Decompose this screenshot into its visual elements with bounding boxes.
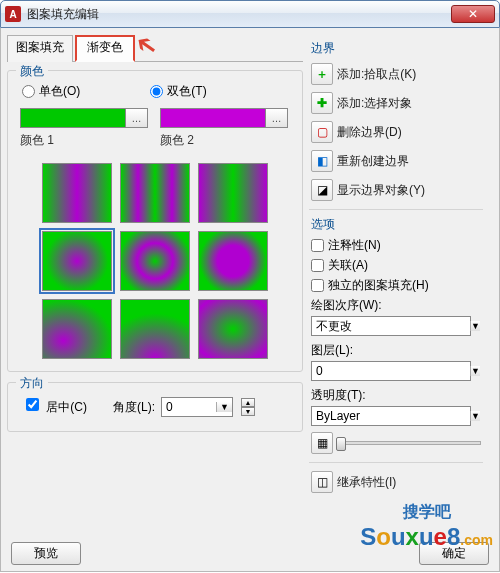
pattern-7[interactable] (42, 299, 112, 359)
gradient-pattern-grid (16, 159, 294, 361)
add-select-objects-row[interactable]: ✚ 添加:选择对象 (309, 90, 483, 116)
layer-label: 图层(L): (311, 342, 481, 359)
color-group-title: 颜色 (16, 63, 48, 80)
inherit-icon: ◫ (311, 471, 333, 493)
draw-order-combo[interactable]: ▼ (311, 316, 471, 336)
color-group: 颜色 单色(O) 双色(T) … 颜色 1 … (7, 70, 303, 372)
pattern-5[interactable] (120, 231, 190, 291)
recreate-boundary-row[interactable]: ◧ 重新创建边界 (309, 148, 483, 174)
transparency-combo[interactable]: ▼ (311, 406, 471, 426)
remove-boundary-row[interactable]: ▢ 删除边界(D) (309, 119, 483, 145)
transparency-slider[interactable] (339, 441, 481, 445)
draw-order-label: 绘图次序(W): (311, 297, 481, 314)
direction-group: 方向 居中(C) 角度(L): ▼ ▲ ▼ (7, 382, 303, 432)
transparency-label: 透明度(T): (311, 387, 481, 404)
dialog-body: ➔ 图案填充 渐变色 颜色 单色(O) 双色(T) … 颜色 1 (0, 28, 500, 572)
bottom-bar: 预览 确定 (1, 542, 499, 565)
add-pick-icon: ＋ (311, 63, 333, 85)
color2-swatch[interactable]: … (160, 108, 288, 128)
close-button[interactable]: ✕ (451, 5, 495, 23)
recreate-boundary-icon: ◧ (311, 150, 333, 172)
app-icon: A (5, 6, 21, 22)
window-title: 图案填充编辑 (27, 6, 99, 23)
pattern-3[interactable] (198, 163, 268, 223)
ok-button[interactable]: 确定 (419, 542, 489, 565)
add-pick-points-row[interactable]: ＋ 添加:拾取点(K) (309, 61, 483, 87)
independent-checkbox[interactable] (311, 279, 324, 292)
radio-single-color[interactable]: 单色(O) (22, 83, 80, 100)
show-boundary-icon: ◪ (311, 179, 333, 201)
tab-gradient[interactable]: 渐变色 (75, 35, 135, 62)
color2-label: 颜色 2 (160, 132, 288, 149)
transparency-reset-icon[interactable]: ▦ (311, 432, 333, 454)
title-bar: A 图案填充编辑 ✕ (0, 0, 500, 28)
pattern-2[interactable] (120, 163, 190, 223)
pattern-9[interactable] (198, 299, 268, 359)
color1-label: 颜色 1 (20, 132, 148, 149)
show-boundary-row[interactable]: ◪ 显示边界对象(Y) (309, 177, 483, 203)
angle-combo[interactable]: ▼ (161, 397, 233, 417)
boundary-section-label: 边界 (311, 40, 483, 57)
inherit-properties-row[interactable]: ◫ 继承特性(I) (309, 469, 483, 495)
annotative-checkbox[interactable] (311, 239, 324, 252)
tab-hatch[interactable]: 图案填充 (7, 35, 73, 62)
chevron-down-icon[interactable]: ▼ (470, 366, 480, 376)
angle-dropdown-icon[interactable]: ▼ (216, 402, 232, 412)
direction-group-title: 方向 (16, 375, 48, 392)
pattern-6[interactable] (198, 231, 268, 291)
pattern-4[interactable] (42, 231, 112, 291)
left-panel: 图案填充 渐变色 颜色 单色(O) 双色(T) … 颜色 1 (7, 34, 303, 565)
slider-thumb[interactable] (336, 437, 346, 451)
preview-button[interactable]: 预览 (11, 542, 81, 565)
angle-spin-up[interactable]: ▲ (241, 398, 255, 407)
chevron-down-icon[interactable]: ▼ (470, 411, 480, 421)
color2-picker-button[interactable]: … (265, 109, 287, 127)
angle-spin-down[interactable]: ▼ (241, 407, 255, 416)
remove-boundary-icon: ▢ (311, 121, 333, 143)
options-section-label: 选项 (311, 216, 483, 233)
color1-swatch[interactable]: … (20, 108, 148, 128)
angle-input[interactable] (162, 398, 216, 416)
add-select-icon: ✚ (311, 92, 333, 114)
color1-picker-button[interactable]: … (125, 109, 147, 127)
angle-label: 角度(L): (113, 399, 155, 416)
associative-checkbox[interactable] (311, 259, 324, 272)
right-panel: 边界 ＋ 添加:拾取点(K) ✚ 添加:选择对象 ▢ 删除边界(D) ◧ 重新创… (303, 34, 483, 565)
radio-double-color[interactable]: 双色(T) (150, 83, 206, 100)
layer-combo[interactable]: ▼ (311, 361, 471, 381)
centered-checkbox[interactable]: 居中(C) (26, 398, 87, 416)
tab-bar: 图案填充 渐变色 (7, 34, 303, 62)
pattern-1[interactable] (42, 163, 112, 223)
chevron-down-icon[interactable]: ▼ (470, 321, 480, 331)
pattern-8[interactable] (120, 299, 190, 359)
